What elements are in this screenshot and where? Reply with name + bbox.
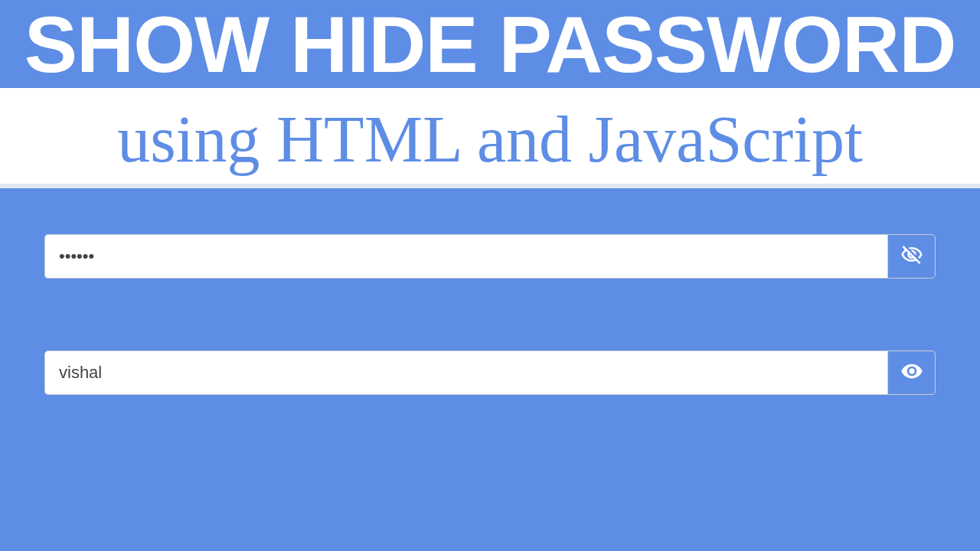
password-input[interactable] [45,351,887,394]
eye-off-icon [900,243,923,269]
toggle-visibility-button[interactable] [887,235,935,278]
password-input-group [44,234,936,279]
divider [0,88,980,102]
page-subtitle: using HTML and JavaScript [0,102,980,184]
eye-icon [900,360,923,385]
toggle-visibility-button[interactable] [887,351,935,394]
password-input[interactable] [45,235,887,278]
form-container [0,188,980,395]
password-input-group [44,350,936,395]
page-title: SHOW HIDE PASSWORD [0,0,980,88]
